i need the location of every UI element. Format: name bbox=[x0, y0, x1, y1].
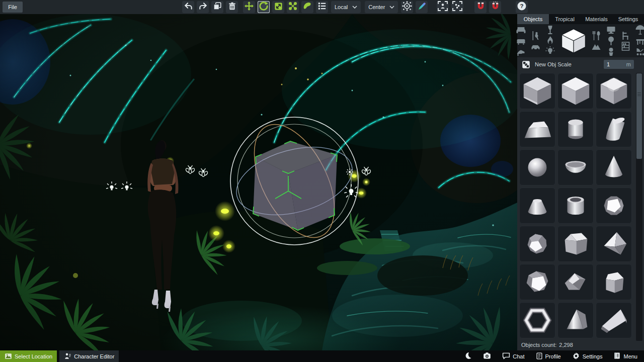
coordinate-space-dropdown[interactable]: Local bbox=[331, 1, 361, 13]
category-column bbox=[559, 25, 588, 56]
shape-triangular-prism[interactable] bbox=[557, 302, 594, 338]
category-column bbox=[516, 25, 527, 56]
moon-button[interactable] bbox=[460, 350, 476, 362]
tree-icon[interactable] bbox=[606, 36, 617, 46]
object-panel: ObjectsTropicalMaterialsSettings New Obj… bbox=[517, 14, 644, 350]
shape-cube[interactable] bbox=[557, 73, 594, 109]
car-icon[interactable] bbox=[530, 41, 541, 51]
shape-octahedron[interactable] bbox=[596, 226, 632, 262]
shape-pentagonal-prism[interactable] bbox=[596, 264, 632, 300]
paint-icon bbox=[302, 1, 312, 13]
wine-glass-icon[interactable] bbox=[545, 25, 556, 35]
shape-hemisphere-bowl[interactable] bbox=[557, 149, 594, 186]
new-obj-scale-row: New Obj Scale 1 m bbox=[517, 57, 644, 71]
plant-pot-icon[interactable] bbox=[606, 46, 617, 56]
fire-icon[interactable] bbox=[545, 36, 556, 46]
scene-3d-render bbox=[0, 14, 517, 350]
move-button[interactable] bbox=[243, 1, 255, 13]
camera-icon bbox=[483, 352, 491, 361]
parasol-icon[interactable] bbox=[635, 25, 644, 35]
rotate-button[interactable] bbox=[258, 1, 270, 13]
shape-hexagonal-ring[interactable] bbox=[519, 302, 555, 338]
shape-tube[interactable] bbox=[557, 188, 594, 224]
magnet-snap-icon bbox=[476, 2, 486, 13]
menu-label: Menu bbox=[623, 353, 637, 359]
mountain-icon[interactable] bbox=[591, 41, 602, 51]
shape-cube-beveled[interactable] bbox=[519, 73, 555, 109]
magnet-snap-button[interactable] bbox=[474, 1, 487, 13]
shape-rock-dodecahedron[interactable] bbox=[596, 188, 632, 224]
view-tool-group bbox=[401, 1, 428, 13]
pole-dance-icon[interactable] bbox=[530, 31, 541, 41]
pivot-mode-dropdown[interactable]: Center bbox=[365, 1, 398, 13]
scale-button[interactable] bbox=[272, 1, 284, 13]
file-menu-button[interactable]: File bbox=[3, 2, 23, 13]
shape-frustum[interactable] bbox=[519, 111, 555, 147]
focus-character-button[interactable] bbox=[437, 1, 449, 13]
gizmo-settings-button[interactable] bbox=[401, 1, 413, 13]
selected-cube[interactable] bbox=[253, 141, 337, 230]
undo-button[interactable] bbox=[182, 1, 194, 13]
sun-light-gizmo[interactable] bbox=[346, 168, 353, 175]
color-brush-icon bbox=[417, 2, 427, 13]
color-brush-button[interactable] bbox=[416, 1, 428, 13]
stroller-icon[interactable] bbox=[635, 46, 644, 56]
heels-icon[interactable] bbox=[516, 46, 527, 56]
chat-button[interactable]: Chat bbox=[498, 350, 529, 362]
duplicate-icon bbox=[213, 2, 222, 13]
group-button[interactable] bbox=[287, 1, 299, 13]
shape-dodecahedron[interactable] bbox=[519, 226, 555, 262]
shape-cylinder[interactable] bbox=[557, 111, 594, 147]
menu-button[interactable]: Menu bbox=[609, 350, 642, 362]
tab-settings[interactable]: Settings bbox=[612, 14, 644, 24]
bulb-icon[interactable] bbox=[545, 46, 556, 56]
scrollbar-thumb[interactable] bbox=[636, 73, 642, 159]
chair-icon[interactable] bbox=[620, 31, 631, 41]
gizmo-settings-icon bbox=[402, 1, 412, 13]
shape-icosahedron-rock[interactable] bbox=[519, 264, 555, 300]
settings-button[interactable]: Settings bbox=[568, 350, 607, 362]
shape-cone[interactable] bbox=[596, 149, 632, 186]
character-editor-button[interactable]: Character Editor bbox=[59, 350, 119, 362]
delete-button[interactable] bbox=[226, 1, 238, 13]
profile-button[interactable]: Profile bbox=[531, 350, 566, 362]
redo-button[interactable] bbox=[197, 1, 209, 13]
shape-palette bbox=[517, 71, 644, 343]
settings-icon bbox=[572, 352, 580, 361]
shape-sphere[interactable] bbox=[519, 149, 555, 186]
shape-cube-rounded[interactable] bbox=[596, 73, 632, 109]
top-toolbar: File Local Center ? bbox=[0, 0, 644, 14]
shape-ramp-wedge[interactable] bbox=[596, 302, 632, 338]
primitives-cube-icon[interactable] bbox=[559, 25, 588, 56]
category-column bbox=[591, 31, 602, 51]
shape-pentagonal-rock[interactable] bbox=[557, 264, 594, 300]
tab-tropical[interactable]: Tropical bbox=[549, 14, 581, 24]
select-location-button[interactable]: Select Location bbox=[0, 350, 57, 362]
scene-viewport[interactable] bbox=[0, 14, 517, 350]
object-list-button[interactable] bbox=[316, 1, 328, 13]
couch-icon[interactable] bbox=[516, 36, 527, 46]
tab-objects[interactable]: Objects bbox=[517, 14, 549, 24]
table-icon[interactable] bbox=[635, 36, 644, 46]
undo-icon bbox=[184, 2, 193, 13]
focus-object-button[interactable] bbox=[451, 1, 463, 13]
shape-cone-frustum[interactable] bbox=[519, 188, 555, 224]
magnet-align-button[interactable] bbox=[489, 1, 501, 13]
cutlery-icon[interactable] bbox=[591, 31, 602, 41]
shelf-icon[interactable] bbox=[620, 41, 631, 51]
objects-count: Objects count: 2,298 bbox=[521, 342, 573, 348]
screen-icon[interactable] bbox=[606, 25, 617, 35]
scale-icon bbox=[274, 2, 283, 13]
objects-count-label: Objects count: bbox=[521, 342, 556, 348]
shape-oblique-cylinder[interactable] bbox=[596, 111, 632, 147]
shape-hexagonal-prism[interactable] bbox=[557, 226, 594, 262]
sofa-icon[interactable] bbox=[516, 25, 527, 35]
tab-materials[interactable]: Materials bbox=[581, 14, 612, 24]
new-obj-scale-input[interactable]: 1 m bbox=[604, 60, 634, 69]
paint-button[interactable] bbox=[301, 1, 313, 13]
shape-scrollbar[interactable] bbox=[636, 73, 642, 341]
help-button[interactable]: ? bbox=[516, 1, 528, 13]
character-icon bbox=[64, 352, 71, 360]
duplicate-button[interactable] bbox=[211, 1, 223, 13]
camera-button[interactable] bbox=[478, 350, 496, 362]
